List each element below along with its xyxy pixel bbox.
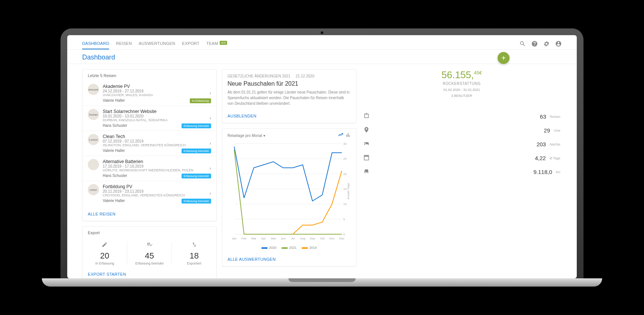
chevron-right-icon: › [210,116,211,121]
svg-text:Mai: Mai [271,237,276,240]
team-badge: 3/3 [220,41,227,45]
trip-title: Alternative Batterien [103,159,206,164]
trip-location: ISLINGTON, ENGLAND, VEREINIGTES KÖNIGREI… [103,143,206,147]
line-chart-icon[interactable] [338,132,343,138]
trip-row[interactable]: London Clean Tech 07.12.2019 - 07.12.201… [83,131,216,156]
all-trips-link[interactable]: ALLE REISEN [83,207,216,221]
news-hide-link[interactable]: AUSBLENDEN [222,109,356,123]
trip-status-badge: Erfassung beendet [182,199,211,204]
stat-value: 63 [540,113,546,120]
chevron-right-icon: › [210,91,211,96]
chart-legend: 202020212019 [222,244,356,253]
trip-dates: 24.12.2019 - 27.12.2019 [103,89,206,93]
tab-reisen[interactable]: REISEN [116,38,132,49]
trip-status-badge: Erfassung beendet [182,174,211,178]
svg-text:10: 10 [343,202,347,206]
chevron-right-icon: › [210,191,211,196]
export-card: Export 20 In Erfassung 45 Erfassung been… [82,226,217,278]
svg-text:Jul: Jul [291,237,295,240]
stat-row: 29 Orte [362,123,562,137]
export-start-link[interactable]: EXPORT STARTEN [83,267,216,278]
summary-period: 01.02.2020 - 31.01.2021 [362,88,562,92]
stat-value: 4,22 [535,155,546,161]
trip-status-badge: Erfassung beendet [182,123,211,128]
trip-row[interactable]: Durban Start Solarrechner Website 10.01.… [83,105,216,131]
svg-text:25: 25 [343,157,347,160]
trip-row[interactable]: Alternative Batterien 17.10.2019 - 17.10… [83,156,216,181]
svg-text:5: 5 [343,218,345,221]
account-icon[interactable] [555,40,562,47]
stat-unit: Ø Tage [549,156,560,160]
nav-tabs: DASHBOARD REISEN AUSWERTUNGEN EXPORT TEA… [82,38,227,49]
stat-row: 4,22 Ø Tage [362,151,562,165]
calendar-icon [363,154,370,162]
chart-title[interactable]: Reisetage pro Monat ▾ [227,134,265,138]
summary-panel: 56.155,45€ RÜCKERSTATTUNG 01.02.2020 - 3… [362,69,562,101]
trip-avatar: London [88,134,99,145]
tab-dashboard[interactable]: DASHBOARD [82,38,109,49]
trip-title: Fortbildung PV [103,184,206,189]
laptop-base [42,278,602,287]
trip-row[interactable]: ondon Fortbildung PV 20.11.2019 - 23.11.… [83,181,216,206]
search-icon[interactable] [519,40,526,47]
trip-location: CROYDON, ENGLAND, VEREINIGTES KÖNIGREICH [103,193,206,197]
export-item-exportiert[interactable]: 18 Exportiert [172,242,216,265]
trip-avatar: ancouve [88,84,99,95]
settings-icon[interactable] [543,40,550,47]
legend-item[interactable]: 2019 [302,246,317,250]
legend-item[interactable]: 2020 [261,246,276,250]
trip-location: DURBAN, KWAZULU-NATAL, SÜDAFRIKA [103,118,206,122]
trip-location: GÖRLITZ, WOIWODSCHAFT NIEDERSCHLESIEN, P… [103,168,206,172]
stat-row: 203 Nächte [362,137,562,151]
svg-text:Jan: Jan [232,237,237,240]
trip-title: Clean Tech [103,134,206,139]
svg-text:Feb: Feb [241,237,247,240]
trip-title: Akademie PV [103,84,206,89]
help-icon[interactable] [531,40,538,47]
stat-unit: Orte [554,129,560,132]
stat-row: 9.118,0 km [362,165,562,179]
chart-card: Reisetage pro Monat ▾ 051015202530Anzahl… [222,128,356,266]
refund-amount: 56.155,45€ [362,69,562,81]
stat-value: 203 [536,141,546,147]
trip-dates: 20.11.2019 - 23.11.2019 [103,189,206,193]
all-evaluations-link[interactable]: ALLE AUSWERTUNGEN [222,253,356,266]
tab-team[interactable]: TEAM3/3 [206,38,227,49]
trips-card-title: Letzte 5 Reisen [83,70,216,79]
svg-text:Okt: Okt [320,237,325,240]
news-card: GESETZLICHE ÄNDERUNGEN 2021 21.12.2020 N… [222,69,356,123]
refund-label: RÜCKERSTATTUNG [362,82,562,86]
page-title: Dashboard [82,53,115,61]
add-button[interactable]: + [498,52,510,64]
export-item-beendet[interactable]: 45 Erfassung beendet [127,242,172,265]
summary-users: 3 BENUTZER [362,94,562,98]
news-body: Ab dem 01.01.21 gelten für einige Länder… [222,89,356,109]
export-item-in-erfassung[interactable]: 20 In Erfassung [83,242,127,265]
pin-icon [363,126,370,134]
stat-unit: Nächte [549,143,560,146]
trip-avatar [88,159,99,170]
chart-area: 051015202530Anzahl TageJanFebMarAprMaiJu… [222,138,356,244]
tab-export[interactable]: EXPORT [182,38,199,49]
checklist-icon [127,242,172,249]
trip-avatar: Durban [88,109,99,120]
svg-text:0: 0 [343,233,345,236]
top-navigation: DASHBOARD REISEN AUSWERTUNGEN EXPORT TEA… [67,35,577,50]
trip-title: Start Solarrechner Website [103,109,206,114]
chevron-right-icon: › [210,166,211,171]
stat-unit: km [556,170,560,174]
chevron-right-icon: › [210,141,211,146]
legend-item[interactable]: 2021 [282,246,297,250]
svg-text:Nov: Nov [329,237,335,240]
svg-text:Jun: Jun [281,237,285,240]
trips-card: Letzte 5 Reisen ancouve Akademie PV 24.1… [82,69,217,221]
trip-dates: 07.12.2019 - 07.12.2019 [103,139,206,143]
pencil-icon [83,242,127,249]
stat-value: 29 [544,127,550,134]
stat-row: 63 Reisen [362,110,562,123]
news-date: 21.12.2020 [295,74,314,78]
bar-chart-icon[interactable] [346,132,351,138]
transfer-icon [172,242,216,249]
tab-auswertungen[interactable]: AUSWERTUNGEN [139,38,175,49]
trip-row[interactable]: ancouve Akademie PV 24.12.2019 - 27.12.2… [83,81,216,105]
